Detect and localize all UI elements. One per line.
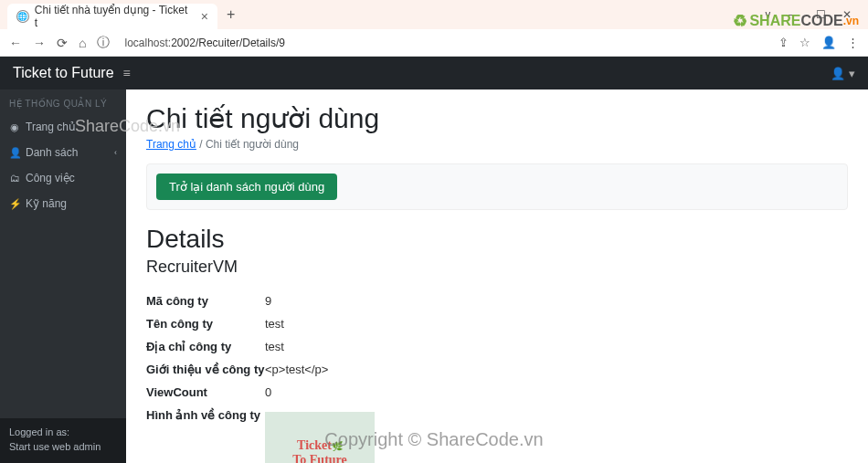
field-label: Tên công ty [146, 317, 265, 331]
field-value: Ticket🌿 To Future TÌM KIẾM TƯƠNG LAI [265, 408, 375, 463]
field-value: 0 [265, 385, 271, 399]
sidebar-item-jobs[interactable]: 🗂 Công việc [0, 165, 126, 191]
address-bar: ← → ⟳ ⌂ ⓘ localhost:2002/Recuiter/Detail… [0, 29, 868, 57]
user-icon: 👤 [9, 147, 20, 159]
brand-title[interactable]: Ticket to Future [13, 65, 114, 81]
star-icon[interactable]: ☆ [799, 36, 810, 49]
details-heading: Details [146, 225, 848, 254]
new-tab-button[interactable]: + [227, 6, 235, 23]
field-row: Địa chỉ công ty test [146, 335, 848, 358]
field-label: Mã công ty [146, 294, 265, 308]
field-value: test [265, 340, 284, 353]
field-row: Mã công ty 9 [146, 289, 848, 312]
field-row: ViewCount 0 [146, 381, 848, 404]
sidebar: HỆ THỐNG QUẢN LÝ ◉ Trang chủ 👤 Danh sách… [0, 89, 126, 463]
app-container: Ticket to Future ≡ 👤 ▾ HỆ THỐNG QUẢN LÝ … [0, 57, 868, 463]
reload-icon[interactable]: ⟳ [57, 36, 68, 50]
field-row: Giới thiệu về công ty <p>test</p> [146, 358, 848, 381]
tab-title: Chi tiết nhà tuyển dụng - Ticket t [35, 4, 192, 29]
leaf-icon: 🌿 [332, 441, 343, 451]
chevron-left-icon: ‹ [114, 148, 117, 157]
field-label: Địa chỉ công ty [146, 340, 265, 353]
profile-icon[interactable]: 👤 [821, 36, 836, 49]
sidebar-item-label: Trang chủ [26, 121, 76, 133]
field-value: <p>test</p> [265, 363, 328, 376]
menu-icon[interactable]: ⋮ [847, 36, 859, 49]
sidebar-item-list[interactable]: 👤 Danh sách ‹ [0, 140, 126, 165]
field-row: Tên công ty test [146, 312, 848, 335]
info-icon[interactable]: ⓘ [97, 35, 110, 51]
close-tab-icon[interactable]: × [201, 9, 208, 24]
top-nav: Ticket to Future ≡ 👤 ▾ [0, 57, 868, 89]
share-icon[interactable]: ⇪ [778, 36, 789, 49]
breadcrumb-home-link[interactable]: Trang chủ [146, 138, 196, 151]
sidebar-item-label: Công việc [26, 172, 75, 184]
browser-tab[interactable]: 🌐 Chi tiết nhà tuyển dụng - Ticket t × [7, 4, 217, 29]
home-icon[interactable]: ⌂ [79, 36, 86, 50]
watermark-logo: ♻ SHARECODE.vn [733, 11, 859, 31]
content-area: Chi tiết người dùng Trang chủ / Chi tiết… [126, 89, 868, 463]
field-label: Giới thiệu về công ty [146, 363, 265, 376]
company-image: Ticket🌿 To Future TÌM KIẾM TƯƠNG LAI [265, 412, 375, 463]
field-value: test [265, 317, 284, 331]
sidebar-item-label: Kỹ năng [26, 197, 67, 210]
forward-icon[interactable]: → [33, 36, 46, 50]
user-menu[interactable]: 👤 ▾ [831, 67, 855, 80]
sidebar-footer: Logged in as: Start use web admin [0, 418, 126, 463]
sidebar-item-label: Danh sách [26, 146, 78, 159]
sidebar-header: HỆ THỐNG QUẢN LÝ [0, 89, 126, 114]
sidebar-item-home[interactable]: ◉ Trang chủ [0, 114, 126, 140]
recycle-icon: ♻ [733, 11, 747, 31]
field-row: Hình ảnh về công ty Ticket🌿 To Future TÌ… [146, 404, 848, 463]
breadcrumb: Trang chủ / Chi tiết người dùng [146, 138, 848, 151]
field-value: 9 [265, 294, 271, 308]
back-to-list-button[interactable]: Trở lại danh sách người dùng [156, 174, 337, 200]
bolt-icon: ⚡ [9, 198, 20, 210]
url-input[interactable]: localhost:2002/Recuiter/Details/9 [121, 35, 767, 51]
hamburger-icon[interactable]: ≡ [123, 66, 131, 80]
briefcase-icon: 🗂 [9, 173, 20, 184]
sidebar-item-skills[interactable]: ⚡ Kỹ năng [0, 191, 126, 216]
dashboard-icon: ◉ [9, 121, 20, 133]
page-title: Chi tiết người dùng [146, 102, 848, 134]
field-label: Hình ảnh về công ty [146, 408, 265, 463]
action-bar: Trở lại danh sách người dùng [146, 163, 848, 210]
globe-icon: 🌐 [16, 10, 29, 23]
details-subheading: RecruiterVM [146, 258, 848, 277]
back-icon[interactable]: ← [9, 36, 22, 50]
field-label: ViewCount [146, 385, 265, 399]
